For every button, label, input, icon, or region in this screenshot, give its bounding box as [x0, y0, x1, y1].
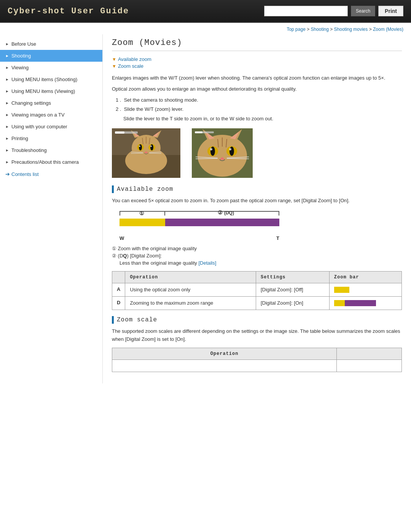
chevron-right-icon: ►: [5, 66, 9, 70]
row-settings-a: [Digital Zoom]: [Off]: [256, 283, 329, 296]
col-header-empty: [112, 271, 125, 283]
sidebar-item-label: Troubleshooting: [11, 147, 47, 153]
cat-image-zoomed: [192, 128, 253, 178]
step-1: 1 . Set the camera to shooting mode.: [116, 96, 402, 104]
sidebar-item-menu-viewing[interactable]: ► Using MENU items (Viewing): [0, 85, 102, 97]
search-input[interactable]: [264, 6, 348, 16]
toc-zoom-scale[interactable]: ▼ Zoom scale: [112, 63, 402, 69]
breadcrumb-zoom-movies[interactable]: Zoom (Movies): [373, 27, 403, 32]
sidebar-item-shooting[interactable]: ► Shooting: [0, 50, 102, 62]
svg-point-35: [229, 147, 234, 156]
col-header-zoombar: Zoom bar: [329, 271, 401, 283]
zoom-scale-section: Zoom scale The supported zoom scales are…: [112, 316, 402, 372]
sidebar-item-troubleshooting[interactable]: ► Troubleshooting: [0, 144, 102, 156]
steps-list: 1 . Set the camera to shooting mode. 2 .…: [116, 96, 402, 123]
available-zoom-section: Available zoom You can exceed 5× optical…: [112, 185, 402, 310]
sidebar-item-label: Precautions/About this camera: [11, 159, 79, 165]
chevron-right-icon: ►: [5, 148, 9, 152]
sidebar-item-label: Changing settings: [11, 100, 51, 106]
zoom-table: Operation Settings Zoom bar A Using the …: [112, 271, 402, 310]
sidebar-item-label: Before Use: [11, 41, 36, 47]
available-zoom-text: You can exceed 5× optical zoom to zoom i…: [112, 197, 402, 205]
section-bar-icon: [112, 185, 114, 193]
svg-point-14: [150, 145, 152, 147]
page-title: Zoom (Movies): [112, 38, 402, 51]
chevron-right-icon: ►: [5, 125, 9, 129]
toc-available-zoom[interactable]: ▼ Available zoom: [112, 56, 402, 62]
print-button[interactable]: Print: [378, 6, 403, 16]
search-button[interactable]: Search: [351, 6, 375, 16]
toc-available-zoom-label: Available zoom: [118, 56, 151, 62]
toc-zoom-scale-label: Zoom scale: [118, 63, 143, 69]
row-operation-d: Zooming to the maximum zoom range: [125, 296, 256, 310]
svg-point-37: [229, 148, 231, 150]
scale-row-cell-2: [337, 360, 402, 372]
zoom-desc-2: ② (DQ) [Digital Zoom]:: [112, 253, 402, 259]
svg-point-34: [210, 147, 215, 156]
zoom-wt-labels: W T: [119, 235, 279, 241]
breadcrumb-top[interactable]: Top page: [287, 27, 305, 32]
sidebar-item-tv[interactable]: ► Viewing images on a TV: [0, 109, 102, 121]
scale-col-empty: [337, 348, 402, 360]
row-bar-d: [329, 296, 401, 310]
svg-line-42: [227, 158, 249, 159]
sidebar-item-menu-shooting[interactable]: ► Using MENU items (Shooting): [0, 73, 102, 85]
zoom-scale-heading-text: Zoom scale: [117, 316, 157, 323]
zoom-scale-text: The supported zoom scales are different …: [112, 328, 402, 343]
zoom-diagram: ① ② (DQ) W T: [119, 211, 402, 241]
step-2-detail: Slide the lever to the T side to zoom in…: [123, 115, 402, 123]
header-controls: Search Print: [264, 6, 403, 16]
row-settings-d: [Digital Zoom]: [On]: [256, 296, 329, 310]
intro-paragraph-1: Enlarges images with the W/T (zoom) leve…: [112, 74, 402, 82]
breadcrumb-shooting[interactable]: Shooting: [311, 27, 329, 32]
breadcrumb: Top page > Shooting > Shooting movies > …: [0, 23, 411, 34]
app-title: Cyber-shot User Guide: [8, 6, 129, 16]
chevron-right-icon: ►: [5, 160, 9, 164]
zoom-descriptions: ① Zoom with the original image quality ②…: [112, 246, 402, 266]
row-bar-a: [329, 283, 401, 296]
sidebar-item-printing[interactable]: ► Printing: [0, 133, 102, 144]
sidebar-item-before-use[interactable]: ► Before Use: [0, 38, 102, 50]
sidebar-item-label: Printing: [11, 136, 28, 141]
sidebar-item-label: Viewing images on a TV: [11, 112, 65, 118]
chevron-right-icon: ►: [5, 89, 9, 93]
main-layout: ► Before Use ► Shooting ► Viewing ► Usin…: [0, 34, 411, 383]
svg-point-11: [139, 144, 142, 150]
chevron-right-icon: ►: [5, 136, 9, 141]
zoom-scale-table: Operation: [112, 348, 402, 372]
sidebar-item-label: Shooting: [11, 53, 31, 59]
details-link[interactable]: [Details]: [198, 260, 216, 266]
sidebar-item-computer[interactable]: ► Using with your computer: [0, 121, 102, 133]
toc-arrow-icon: ▼: [112, 57, 116, 62]
arrow-right-icon: ➔: [5, 171, 10, 177]
chevron-right-icon: ►: [5, 77, 9, 81]
svg-rect-47: [195, 131, 202, 133]
svg-rect-24: [115, 131, 124, 134]
sidebar-item-changing-settings[interactable]: ► Changing settings: [0, 97, 102, 109]
col-header-settings: Settings: [256, 271, 329, 283]
cat-images: [112, 128, 402, 178]
table-row: D Zooming to the maximum zoom range [Dig…: [112, 296, 402, 310]
sidebar-item-label: Using MENU items (Viewing): [11, 88, 75, 94]
table-row: A Using the optical zoom only [Digital Z…: [112, 283, 402, 296]
sidebar-item-viewing[interactable]: ► Viewing: [0, 62, 102, 73]
breadcrumb-shooting-movies[interactable]: Shooting movies: [334, 27, 368, 32]
zoom-desc-2-detail: Less than the original image quality [De…: [119, 260, 402, 266]
intro-paragraph-2: Optical zoom allows you to enlarge an im…: [112, 85, 402, 93]
row-label-a: A: [112, 283, 125, 296]
content-area: Zoom (Movies) ▼ Available zoom ▼ Zoom sc…: [103, 34, 411, 383]
chevron-right-icon: ►: [5, 113, 9, 117]
table-row: [112, 360, 402, 372]
sidebar-item-precautions[interactable]: ► Precautions/About this camera: [0, 156, 102, 168]
section-bar-icon-2: [112, 316, 114, 324]
chevron-right-icon: ►: [5, 101, 9, 105]
row-operation-a: Using the optical zoom only: [125, 283, 256, 296]
contents-link-label: Contents list: [11, 171, 39, 177]
col-header-operation: Operation: [125, 271, 256, 283]
svg-point-12: [150, 144, 153, 150]
row-label-d: D: [112, 296, 125, 310]
header: Cyber-shot User Guide Search Print: [0, 0, 411, 23]
chevron-right-icon: ►: [5, 54, 9, 58]
contents-list-link[interactable]: ➔ Contents list: [0, 168, 102, 179]
w-label: W: [119, 235, 124, 241]
